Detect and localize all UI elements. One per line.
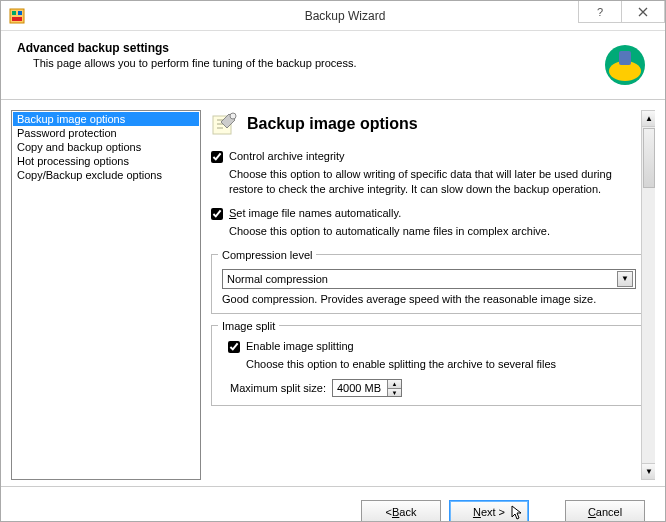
split-size-value: 4000 MB	[337, 382, 381, 394]
chevron-down-icon: ▼	[617, 271, 633, 287]
close-button[interactable]	[621, 1, 665, 23]
auto-filenames-checkbox[interactable]	[211, 208, 223, 220]
window-title: Backup Wizard	[25, 9, 665, 23]
split-size-label: Maximum split size:	[230, 382, 326, 394]
image-split-fieldset: Image split Enable image splitting Choos…	[211, 320, 647, 407]
compression-dropdown[interactable]: Normal compression ▼	[222, 269, 636, 289]
window-controls: ?	[578, 1, 665, 23]
auto-filenames-label: Set image file names automatically.	[229, 207, 647, 219]
next-button[interactable]: Next >	[449, 500, 529, 523]
scroll-thumb[interactable]	[643, 128, 655, 188]
sidebar-item-copy-backup-options[interactable]: Copy and backup options	[13, 140, 199, 154]
footer: < Back Next > Cancel	[1, 486, 665, 522]
control-integrity-desc: Choose this option to allow writing of s…	[229, 167, 647, 197]
enable-splitting-desc: Choose this option to enable splitting t…	[246, 357, 636, 372]
enable-splitting-label: Enable image splitting	[246, 340, 636, 352]
svg-rect-6	[619, 51, 631, 65]
image-split-legend: Image split	[218, 320, 279, 332]
back-button[interactable]: < Back	[361, 500, 441, 523]
sidebar-item-hot-processing-options[interactable]: Hot processing options	[13, 154, 199, 168]
header: Advanced backup settings This page allow…	[1, 31, 665, 93]
content-panel: Backup image options Control archive int…	[201, 110, 655, 480]
sidebar-item-exclude-options[interactable]: Copy/Backup exclude options	[13, 168, 199, 182]
spinner-up-icon[interactable]: ▲	[387, 380, 401, 388]
compression-legend: Compression level	[218, 249, 316, 261]
vertical-scrollbar[interactable]: ▲ ▼	[641, 110, 655, 480]
auto-filenames-desc: Choose this option to automatically name…	[229, 224, 647, 239]
control-integrity-label: Control archive integrity	[229, 150, 647, 162]
scroll-down-icon[interactable]: ▼	[642, 463, 655, 479]
titlebar: Backup Wizard ?	[1, 1, 665, 31]
compression-hint: Good compression. Provides average speed…	[222, 293, 636, 305]
svg-rect-2	[18, 11, 22, 15]
sidebar: Backup image options Password protection…	[11, 110, 201, 480]
body: Backup image options Password protection…	[1, 100, 665, 480]
page-description: This page allows you to perform fine tun…	[17, 57, 601, 69]
enable-splitting-checkbox[interactable]	[228, 341, 240, 353]
split-size-spinner[interactable]: 4000 MB ▲ ▼	[332, 379, 402, 397]
page-title: Advanced backup settings	[17, 41, 601, 55]
svg-point-8	[230, 113, 236, 119]
section-title: Backup image options	[247, 115, 418, 133]
sidebar-item-backup-image-options[interactable]: Backup image options	[13, 112, 199, 126]
spinner-down-icon[interactable]: ▼	[387, 388, 401, 397]
app-icon	[9, 8, 25, 24]
compression-fieldset: Compression level Normal compression ▼ G…	[211, 249, 647, 314]
cancel-button[interactable]: Cancel	[565, 500, 645, 523]
svg-rect-3	[12, 17, 22, 21]
options-icon	[211, 110, 239, 138]
control-integrity-checkbox[interactable]	[211, 151, 223, 163]
help-button[interactable]: ?	[578, 1, 622, 23]
cursor-icon	[511, 505, 525, 523]
scroll-up-icon[interactable]: ▲	[642, 111, 655, 127]
compression-value: Normal compression	[227, 273, 328, 285]
sidebar-item-password-protection[interactable]: Password protection	[13, 126, 199, 140]
svg-rect-1	[12, 11, 16, 15]
wizard-icon	[601, 41, 649, 89]
